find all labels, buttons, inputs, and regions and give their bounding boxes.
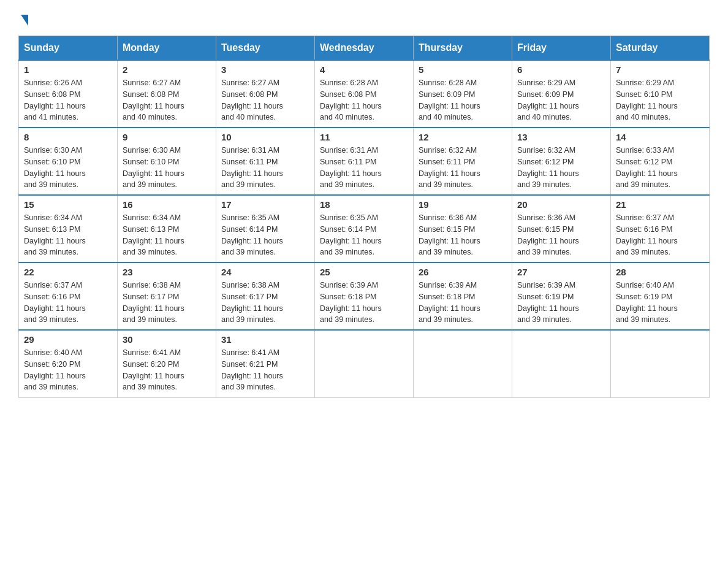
day-info: Sunrise: 6:38 AMSunset: 6:17 PMDaylight:… bbox=[123, 281, 184, 324]
day-info: Sunrise: 6:27 AMSunset: 6:08 PMDaylight:… bbox=[123, 79, 184, 121]
day-info: Sunrise: 6:41 AMSunset: 6:21 PMDaylight:… bbox=[221, 348, 283, 391]
day-info: Sunrise: 6:30 AMSunset: 6:10 PMDaylight:… bbox=[123, 146, 184, 189]
calendar-cell: 16 Sunrise: 6:34 AMSunset: 6:13 PMDaylig… bbox=[118, 195, 216, 262]
day-info: Sunrise: 6:28 AMSunset: 6:09 PMDaylight:… bbox=[419, 79, 480, 121]
calendar-cell: 11 Sunrise: 6:31 AMSunset: 6:11 PMDaylig… bbox=[315, 128, 414, 195]
calendar-cell: 29 Sunrise: 6:40 AMSunset: 6:20 PMDaylig… bbox=[19, 330, 118, 397]
day-info: Sunrise: 6:39 AMSunset: 6:18 PMDaylight:… bbox=[419, 281, 480, 324]
day-number: 17 bbox=[221, 199, 309, 210]
day-info: Sunrise: 6:29 AMSunset: 6:09 PMDaylight:… bbox=[517, 79, 579, 121]
calendar-cell bbox=[512, 330, 611, 397]
calendar-cell: 19 Sunrise: 6:36 AMSunset: 6:15 PMDaylig… bbox=[414, 195, 512, 262]
calendar-cell bbox=[315, 330, 414, 397]
calendar-cell: 21 Sunrise: 6:37 AMSunset: 6:16 PMDaylig… bbox=[611, 195, 710, 262]
calendar-cell: 3 Sunrise: 6:27 AMSunset: 6:08 PMDayligh… bbox=[216, 60, 315, 128]
day-number: 12 bbox=[419, 132, 507, 142]
day-info: Sunrise: 6:27 AMSunset: 6:08 PMDaylight:… bbox=[221, 79, 283, 121]
day-info: Sunrise: 6:36 AMSunset: 6:15 PMDaylight:… bbox=[419, 213, 480, 256]
day-info: Sunrise: 6:32 AMSunset: 6:12 PMDaylight:… bbox=[517, 146, 579, 189]
calendar-cell: 13 Sunrise: 6:32 AMSunset: 6:12 PMDaylig… bbox=[512, 128, 611, 195]
column-header-saturday: Saturday bbox=[611, 36, 710, 61]
day-number: 5 bbox=[419, 64, 507, 75]
day-number: 19 bbox=[419, 199, 507, 210]
day-number: 4 bbox=[320, 64, 408, 75]
calendar-cell bbox=[611, 330, 710, 397]
column-header-tuesday: Tuesday bbox=[216, 36, 315, 61]
day-number: 8 bbox=[24, 132, 112, 142]
calendar-cell: 14 Sunrise: 6:33 AMSunset: 6:12 PMDaylig… bbox=[611, 128, 710, 195]
day-info: Sunrise: 6:40 AMSunset: 6:19 PMDaylight:… bbox=[616, 281, 678, 324]
column-header-friday: Friday bbox=[512, 36, 611, 61]
day-info: Sunrise: 6:35 AMSunset: 6:14 PMDaylight:… bbox=[221, 213, 283, 256]
day-number: 15 bbox=[24, 199, 112, 210]
calendar-cell: 6 Sunrise: 6:29 AMSunset: 6:09 PMDayligh… bbox=[512, 60, 611, 128]
day-number: 21 bbox=[616, 199, 704, 210]
day-number: 14 bbox=[616, 132, 704, 142]
day-info: Sunrise: 6:39 AMSunset: 6:18 PMDaylight:… bbox=[320, 281, 382, 324]
column-header-wednesday: Wednesday bbox=[315, 36, 414, 61]
day-number: 6 bbox=[517, 64, 605, 75]
day-number: 29 bbox=[24, 334, 112, 345]
calendar-cell: 15 Sunrise: 6:34 AMSunset: 6:13 PMDaylig… bbox=[19, 195, 118, 262]
day-number: 3 bbox=[221, 64, 309, 75]
day-number: 20 bbox=[517, 199, 605, 210]
day-number: 22 bbox=[24, 267, 112, 277]
week-row-3: 15 Sunrise: 6:34 AMSunset: 6:13 PMDaylig… bbox=[19, 195, 710, 262]
day-number: 24 bbox=[221, 267, 309, 277]
day-info: Sunrise: 6:31 AMSunset: 6:11 PMDaylight:… bbox=[221, 146, 283, 189]
day-number: 25 bbox=[320, 267, 408, 277]
day-number: 13 bbox=[517, 132, 605, 142]
day-number: 9 bbox=[123, 132, 211, 142]
calendar-cell: 30 Sunrise: 6:41 AMSunset: 6:20 PMDaylig… bbox=[118, 330, 216, 397]
day-info: Sunrise: 6:28 AMSunset: 6:08 PMDaylight:… bbox=[320, 79, 382, 121]
column-header-monday: Monday bbox=[118, 36, 216, 61]
calendar-cell: 7 Sunrise: 6:29 AMSunset: 6:10 PMDayligh… bbox=[611, 60, 710, 128]
day-info: Sunrise: 6:41 AMSunset: 6:20 PMDaylight:… bbox=[123, 348, 184, 391]
column-header-sunday: Sunday bbox=[19, 36, 118, 61]
logo-arrow-icon bbox=[21, 15, 28, 26]
page-header bbox=[18, 12, 710, 23]
calendar-cell: 18 Sunrise: 6:35 AMSunset: 6:14 PMDaylig… bbox=[315, 195, 414, 262]
day-info: Sunrise: 6:37 AMSunset: 6:16 PMDaylight:… bbox=[24, 281, 86, 324]
calendar-cell: 8 Sunrise: 6:30 AMSunset: 6:10 PMDayligh… bbox=[19, 128, 118, 195]
calendar-cell: 22 Sunrise: 6:37 AMSunset: 6:16 PMDaylig… bbox=[19, 262, 118, 330]
day-info: Sunrise: 6:34 AMSunset: 6:13 PMDaylight:… bbox=[123, 213, 184, 256]
calendar-cell: 12 Sunrise: 6:32 AMSunset: 6:11 PMDaylig… bbox=[414, 128, 512, 195]
day-info: Sunrise: 6:36 AMSunset: 6:15 PMDaylight:… bbox=[517, 213, 579, 256]
day-info: Sunrise: 6:34 AMSunset: 6:13 PMDaylight:… bbox=[24, 213, 86, 256]
calendar-cell: 31 Sunrise: 6:41 AMSunset: 6:21 PMDaylig… bbox=[216, 330, 315, 397]
day-number: 16 bbox=[123, 199, 211, 210]
day-info: Sunrise: 6:29 AMSunset: 6:10 PMDaylight:… bbox=[616, 79, 678, 121]
day-info: Sunrise: 6:31 AMSunset: 6:11 PMDaylight:… bbox=[320, 146, 382, 189]
calendar-cell: 28 Sunrise: 6:40 AMSunset: 6:19 PMDaylig… bbox=[611, 262, 710, 330]
day-info: Sunrise: 6:37 AMSunset: 6:16 PMDaylight:… bbox=[616, 213, 678, 256]
day-number: 28 bbox=[616, 267, 704, 277]
calendar-cell bbox=[414, 330, 512, 397]
week-row-2: 8 Sunrise: 6:30 AMSunset: 6:10 PMDayligh… bbox=[19, 128, 710, 195]
logo bbox=[18, 12, 28, 23]
week-row-4: 22 Sunrise: 6:37 AMSunset: 6:16 PMDaylig… bbox=[19, 262, 710, 330]
column-header-thursday: Thursday bbox=[414, 36, 512, 61]
day-info: Sunrise: 6:33 AMSunset: 6:12 PMDaylight:… bbox=[616, 146, 678, 189]
week-row-5: 29 Sunrise: 6:40 AMSunset: 6:20 PMDaylig… bbox=[19, 330, 710, 397]
calendar-cell: 9 Sunrise: 6:30 AMSunset: 6:10 PMDayligh… bbox=[118, 128, 216, 195]
day-info: Sunrise: 6:40 AMSunset: 6:20 PMDaylight:… bbox=[24, 348, 86, 391]
calendar-cell: 27 Sunrise: 6:39 AMSunset: 6:19 PMDaylig… bbox=[512, 262, 611, 330]
day-number: 7 bbox=[616, 64, 704, 75]
calendar-cell: 4 Sunrise: 6:28 AMSunset: 6:08 PMDayligh… bbox=[315, 60, 414, 128]
day-info: Sunrise: 6:38 AMSunset: 6:17 PMDaylight:… bbox=[221, 281, 283, 324]
calendar-cell: 26 Sunrise: 6:39 AMSunset: 6:18 PMDaylig… bbox=[414, 262, 512, 330]
day-number: 18 bbox=[320, 199, 408, 210]
calendar-cell: 23 Sunrise: 6:38 AMSunset: 6:17 PMDaylig… bbox=[118, 262, 216, 330]
day-info: Sunrise: 6:35 AMSunset: 6:14 PMDaylight:… bbox=[320, 213, 382, 256]
calendar-header-row: SundayMondayTuesdayWednesdayThursdayFrid… bbox=[19, 36, 710, 61]
day-info: Sunrise: 6:32 AMSunset: 6:11 PMDaylight:… bbox=[419, 146, 480, 189]
day-number: 31 bbox=[221, 334, 309, 345]
calendar-cell: 10 Sunrise: 6:31 AMSunset: 6:11 PMDaylig… bbox=[216, 128, 315, 195]
day-number: 2 bbox=[123, 64, 211, 75]
calendar-cell: 2 Sunrise: 6:27 AMSunset: 6:08 PMDayligh… bbox=[118, 60, 216, 128]
day-info: Sunrise: 6:39 AMSunset: 6:19 PMDaylight:… bbox=[517, 281, 579, 324]
calendar-cell: 1 Sunrise: 6:26 AMSunset: 6:08 PMDayligh… bbox=[19, 60, 118, 128]
day-number: 26 bbox=[419, 267, 507, 277]
day-number: 27 bbox=[517, 267, 605, 277]
